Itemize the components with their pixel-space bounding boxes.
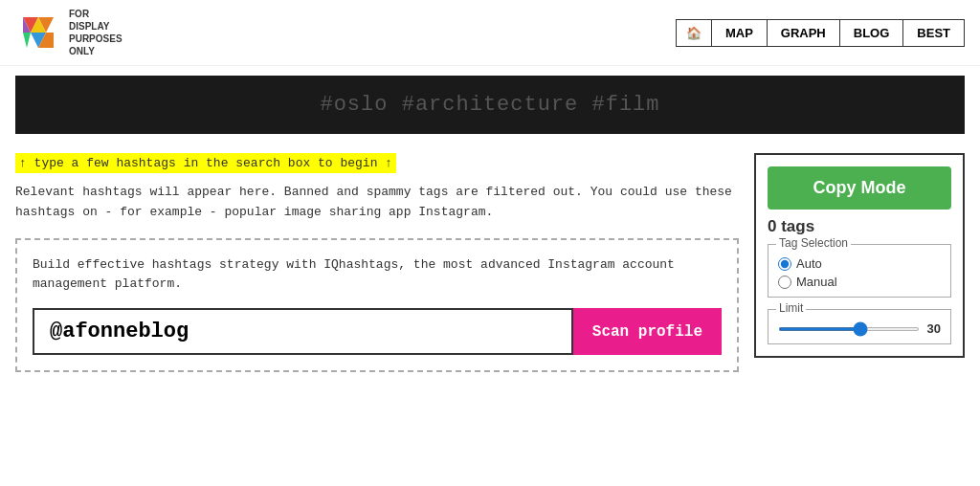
profile-input[interactable] (33, 308, 573, 355)
search-bar-text: #oslo #architecture #film (31, 93, 949, 117)
radio-auto-option[interactable]: Auto (778, 256, 941, 271)
limit-box: Limit 30 (768, 309, 951, 344)
home-icon: 🏠 (686, 26, 702, 40)
radio-manual-label: Manual (796, 275, 837, 289)
promo-dashed-box: Build effective hashtags strategy with I… (15, 238, 739, 373)
tag-selection-box: Tag Selection Auto Manual (768, 244, 951, 298)
left-panel: ↑ type a few hashtags in the search box … (15, 153, 739, 372)
radio-auto[interactable] (778, 257, 791, 271)
scan-profile-button[interactable]: Scan profile (573, 308, 722, 355)
nav-best-button[interactable]: BEST (903, 20, 964, 46)
radio-auto-label: Auto (796, 256, 822, 271)
limit-legend: Limit (776, 301, 806, 315)
nav-buttons: 🏠 MAP GRAPH BLOG BEST (676, 19, 965, 47)
limit-value: 30 (927, 321, 941, 336)
tags-count: 0 tags (768, 217, 951, 236)
svg-marker-4 (23, 33, 31, 48)
search-bar: #oslo #architecture #film (15, 76, 965, 134)
copy-mode-button[interactable]: Copy Mode (768, 166, 951, 210)
header: FOR DISPLAY PURPOSES ONLY 🏠 MAP GRAPH BL… (0, 0, 980, 66)
right-panel: Copy Mode 0 tags Tag Selection Auto Manu… (754, 153, 965, 358)
promo-text: Build effective hashtags strategy with I… (33, 255, 722, 296)
scan-row: Scan profile (33, 308, 722, 355)
limit-slider[interactable] (778, 327, 920, 331)
logo-icon (15, 10, 61, 55)
tag-selection-legend: Tag Selection (776, 236, 851, 250)
nav-blog-button[interactable]: BLOG (840, 20, 904, 46)
main-content: ↑ type a few hashtags in the search box … (0, 144, 980, 382)
nav-graph-button[interactable]: GRAPH (768, 20, 840, 46)
limit-row: 30 (778, 321, 941, 336)
description-text: Relevant hashtags will appear here. Bann… (15, 183, 739, 223)
logo-area: FOR DISPLAY PURPOSES ONLY (15, 8, 122, 57)
radio-manual-option[interactable]: Manual (778, 275, 941, 289)
nav-map-button[interactable]: MAP (712, 20, 768, 46)
radio-manual[interactable] (778, 276, 791, 289)
hint-text: ↑ type a few hashtags in the search box … (15, 153, 396, 173)
nav-home-button[interactable]: 🏠 (677, 20, 712, 46)
logo-text: FOR DISPLAY PURPOSES ONLY (69, 8, 122, 57)
